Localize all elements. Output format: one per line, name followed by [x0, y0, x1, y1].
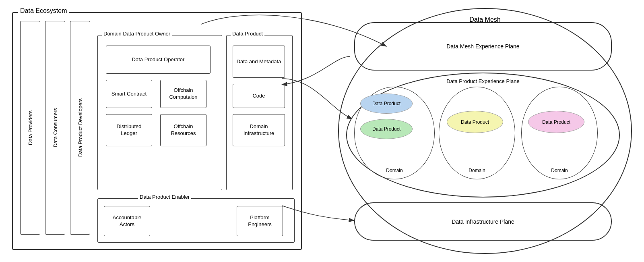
- providers-label: Data Providers: [27, 110, 33, 145]
- dpo-distributed-ledger-box: Distributed Ledger: [106, 114, 152, 146]
- dprod-data-label: Data and Metadata: [237, 58, 281, 65]
- dpo-box: Domain Data Product Owner Data Product O…: [97, 35, 222, 190]
- dprod-data-box: Data and Metadata: [233, 46, 285, 78]
- dprod-code-label: Code: [252, 93, 265, 100]
- dp-ellipse-yellow: Data Product: [447, 111, 503, 133]
- dprod-infra-label: Domain Infrastructure: [235, 123, 282, 137]
- dp-green-label: Data Product: [372, 126, 400, 132]
- dpo-distributed-ledger-label: Distributed Ledger: [109, 123, 149, 137]
- dp-ellipse-green: Data Product: [360, 119, 413, 139]
- dpo-smart-contract-box: Smart Contract: [106, 80, 152, 108]
- data-product-box: Data Product Data and Metadata Code Doma…: [226, 35, 293, 190]
- dpo-operator-label: Data Product Operator: [132, 56, 185, 63]
- dp-pink-label: Data Product: [542, 119, 570, 125]
- domain-circle-2: Domain: [439, 87, 515, 179]
- dp-yellow-label: Data Product: [461, 119, 489, 125]
- side-bar-developers: Data Product Developers: [70, 21, 90, 235]
- dp-blue-label: Data Product: [372, 101, 400, 106]
- enabler-platform-label: Platform Engineers: [239, 214, 280, 228]
- dp-ellipse-blue: Data Product: [360, 94, 413, 114]
- enabler-box: Data Product Enabler Accountable Actors …: [97, 198, 295, 243]
- dpo-offchain-resources-label: Offchain Resources: [163, 123, 204, 137]
- experience-plane-label: Data Mesh Experience Plane: [446, 43, 519, 50]
- enabler-accountable-label: Accountable Actors: [107, 214, 147, 228]
- dpo-title: Domain Data Product Owner: [102, 31, 172, 37]
- dprod-infra-box: Domain Infrastructure: [233, 114, 285, 146]
- infra-plane-label: Data Infrastructure Plane: [452, 218, 514, 225]
- domain-label-1: Domain: [355, 168, 434, 173]
- enabler-title: Data Product Enabler: [138, 194, 191, 200]
- dpo-offchain-comp-box: Offchain Computaion: [160, 80, 206, 108]
- ecosystem-title: Data Ecosystem: [18, 7, 69, 15]
- data-product-title: Data Product: [231, 31, 264, 37]
- side-bar-providers: Data Providers: [20, 21, 40, 235]
- dp-experience-plane-label: Data Product Experience Plane: [347, 78, 619, 84]
- dp-ellipse-pink: Data Product: [528, 111, 584, 133]
- enabler-accountable-box: Accountable Actors: [104, 206, 150, 236]
- domain-label-2: Domain: [439, 168, 515, 173]
- dpo-offchain-comp-label: Offchain Computaion: [163, 87, 204, 101]
- dpo-operator-box: Data Product Operator: [106, 46, 211, 74]
- dpo-smart-contract-label: Smart Contract: [111, 91, 147, 98]
- ecosystem-box: Data Ecosystem Data Providers Data Consu…: [12, 12, 302, 250]
- side-bar-consumers: Data Consumers: [45, 21, 65, 235]
- developers-label: Data Product Developers: [77, 98, 83, 157]
- enabler-platform-box: Platform Engineers: [237, 206, 283, 236]
- dprod-code-box: Code: [233, 84, 285, 108]
- experience-plane-box: Data Mesh Experience Plane: [354, 22, 612, 71]
- dpo-offchain-resources-box: Offchain Resources: [160, 114, 206, 146]
- infra-plane-box: Data Infrastructure Plane: [354, 202, 612, 241]
- consumers-label: Data Consumers: [52, 108, 58, 148]
- domain-circle-3: Domain: [521, 87, 598, 179]
- domain-label-3: Domain: [522, 168, 597, 173]
- main-container: Data Ecosystem Data Providers Data Consu…: [0, 0, 644, 262]
